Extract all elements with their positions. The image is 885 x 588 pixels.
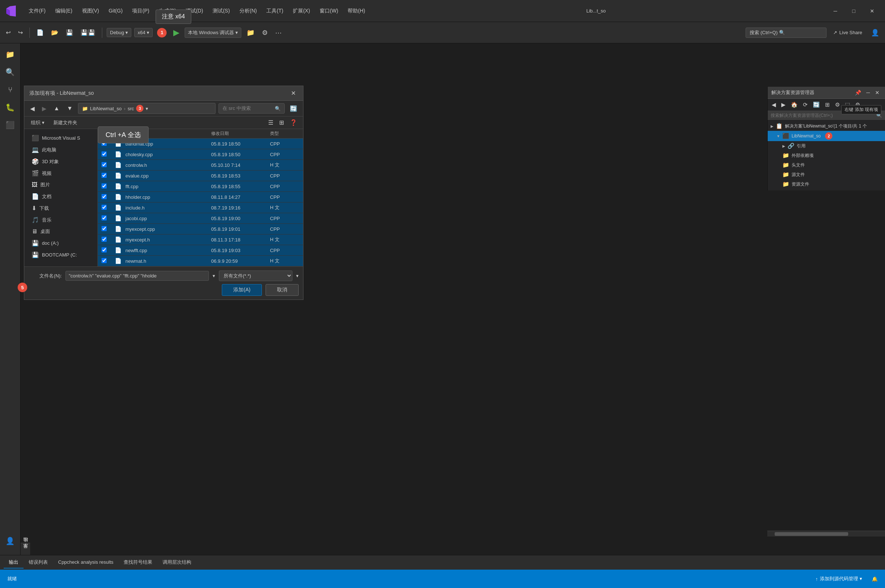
solution-scrollbar-thumb[interactable] (775, 532, 848, 536)
file-row-4[interactable]: 📄 fft.cpp 05.8.19 18:55 CPP (98, 181, 303, 192)
sol-minimize-button[interactable]: ─ (864, 89, 872, 96)
menu-extensions[interactable]: 扩展(X) (289, 6, 314, 16)
file-row-10[interactable]: 📄 newfft.cpp 05.8.19 19:03 CPP (98, 245, 303, 256)
filename-dropdown-icon[interactable]: ▾ (212, 273, 215, 279)
solution-scrollbar[interactable] (767, 531, 885, 537)
menu-edit[interactable]: 编辑(E) (51, 6, 76, 16)
menu-tools[interactable]: 工具(T) (263, 6, 287, 16)
breadcrumb-child[interactable]: src (128, 106, 134, 111)
organize-button[interactable]: 组织 ▾ (28, 118, 47, 127)
sol-pin-button[interactable]: 📌 (853, 89, 863, 96)
file-row-1[interactable]: 📄 cholesky.cpp 05.8.19 18:50 CPP (98, 149, 303, 160)
menu-project[interactable]: 项目(P) (128, 6, 153, 16)
display-label[interactable]: 显示 (21, 549, 30, 555)
file-checkbox-1[interactable] (101, 152, 107, 156)
save-button[interactable]: 💾 (64, 28, 75, 38)
debug-target-dropdown[interactable]: 本地 Windows 调试器 ▾ (185, 28, 241, 38)
file-checkbox-9[interactable] (101, 237, 107, 242)
sidebar-debug-icon[interactable]: 🐛 (2, 99, 18, 116)
file-checkbox-2[interactable] (101, 162, 107, 167)
search-in-src[interactable]: 在 src 中搜索 🔍 (218, 103, 285, 114)
sol-collapse-button[interactable]: ⊞ (823, 100, 832, 109)
panel-item-doca[interactable]: 💾 doc (A:) (26, 237, 96, 249)
filetype-select[interactable]: 所有文件(*.*) (219, 270, 292, 281)
arch-dropdown[interactable]: x64 ▾ (134, 28, 153, 37)
dialog-close-button[interactable]: ✕ (289, 89, 298, 98)
menu-view[interactable]: 视图(V) (78, 6, 103, 16)
debug-config-dropdown[interactable]: Debug ▾ (107, 28, 131, 37)
breadcrumb-root[interactable]: LibNewmat_so (90, 106, 122, 111)
maximize-button[interactable]: □ (845, 5, 862, 17)
status-bell-icon[interactable]: 🔔 (870, 576, 880, 582)
file-checkbox-6[interactable] (101, 205, 107, 210)
output-label[interactable]: 输出 (21, 543, 30, 549)
sidebar-search-icon[interactable]: 🔍 (2, 64, 18, 80)
panel-item-video[interactable]: 🎬 视频 (26, 168, 96, 179)
file-row-3[interactable]: 📄 evalue.cpp 05.8.19 18:53 CPP (98, 171, 303, 181)
date-col-header[interactable]: 修改日期 (211, 130, 270, 137)
file-row-5[interactable]: 📄 hholder.cpp 08.11.8 14:27 CPP (98, 192, 303, 202)
menu-file[interactable]: 文件(F) (25, 6, 49, 16)
type-col-header[interactable]: 类型 (270, 130, 300, 137)
sol-refresh-button[interactable]: 🔄 (811, 100, 822, 109)
tab-output[interactable]: 输出 (4, 557, 24, 568)
save-all-button[interactable]: 💾💾 (78, 28, 98, 38)
live-share-button[interactable]: ↗ Live Share (829, 28, 866, 37)
minimize-button[interactable]: ─ (827, 5, 844, 17)
panel-item-desktop[interactable]: 🖥 桌面 (26, 226, 96, 237)
profile-icon-button[interactable]: 👤 (869, 27, 881, 38)
tree-solution[interactable]: ▶ 📋 解决方案'LibNewmat_so'(1 个项目/共 1 个 (768, 121, 885, 131)
breadcrumb-dropdown-icon[interactable]: ▾ (146, 106, 148, 111)
open-file-button[interactable]: 📂 (49, 28, 61, 38)
sol-home-button[interactable]: 🏠 (789, 100, 800, 109)
tab-errors[interactable]: 错误列表 (24, 557, 53, 568)
sol-back-button[interactable]: ◀ (770, 100, 778, 109)
file-checkbox-5[interactable] (101, 194, 107, 199)
nav-back-button[interactable]: ◀ (28, 104, 37, 113)
file-row-6[interactable]: 📄 include.h 08.7.19 19:16 H 文 (98, 202, 303, 213)
file-checkbox-7[interactable] (101, 215, 107, 220)
nav-recent-button[interactable]: ▼ (65, 104, 75, 113)
sol-sync-button[interactable]: ⟳ (801, 100, 810, 109)
panel-item-bootcamp[interactable]: 💾 BOOTCAMP (C: (26, 249, 96, 261)
file-row-9[interactable]: 📄 myexcept.h 08.11.3 17:18 H 文 (98, 234, 303, 245)
file-checkbox-8[interactable] (101, 226, 107, 231)
file-row-7[interactable]: 📄 jacobi.cpp 05.8.19 19:00 CPP (98, 213, 303, 224)
close-button[interactable]: ✕ (864, 5, 880, 17)
menu-test[interactable]: 测试(S) (209, 6, 233, 16)
panel-item-3d[interactable]: 🎲 3D 对象 (26, 156, 96, 167)
file-checkbox-3[interactable] (101, 173, 107, 178)
view-list-button[interactable]: ☰ (266, 118, 275, 127)
file-row-8[interactable]: 📄 myexcept.cpp 05.8.19 19:01 CPP (98, 224, 303, 234)
filename-input[interactable] (65, 271, 209, 281)
redo-button[interactable]: ↪ (16, 28, 25, 38)
new-file-button[interactable]: 📄 (34, 28, 46, 38)
help-button[interactable]: ❓ (287, 118, 300, 127)
sol-forward-button[interactable]: ▶ (780, 100, 787, 109)
settings-icon-button[interactable]: ⚙ (260, 27, 270, 38)
panel-item-docs[interactable]: 📄 文档 (26, 191, 96, 202)
tab-cppcheck[interactable]: Cppcheck analysis results (53, 557, 119, 568)
file-row-2[interactable]: 📄 controlw.h 05.10.10 7:14 H 文 (98, 160, 303, 171)
file-checkbox-4[interactable] (101, 183, 107, 189)
start-debug-button[interactable]: ▶ (171, 27, 182, 38)
tree-references[interactable]: ▶ 🔗 引用 (768, 141, 885, 151)
tree-sources[interactable]: 📁 源文件 (768, 170, 885, 179)
panel-item-pictures[interactable]: 🖼 图片 (26, 179, 96, 190)
tree-project[interactable]: ▼ ⬛ LibNewmat_so 2 (768, 131, 885, 141)
tree-resources[interactable]: 📁 资源文件 (768, 179, 885, 189)
tab-call-hierarchy[interactable]: 调用层次结构 (157, 557, 196, 568)
tab-find-symbols[interactable]: 查找符号结果 (119, 557, 157, 568)
menu-window[interactable]: 窗口(W) (316, 6, 342, 16)
dots-icon-button[interactable]: ⋯ (273, 27, 284, 38)
new-folder-button[interactable]: 新建文件夹 (50, 118, 80, 127)
sidebar-account-icon[interactable]: 👤 (2, 533, 18, 549)
sidebar-extensions-icon[interactable]: ⬛ (2, 117, 18, 133)
tree-headers[interactable]: 📁 头文件 (768, 160, 885, 170)
status-add-to-scm[interactable]: ↑ 添加到源代码管理 ▾ (813, 575, 864, 583)
panel-item-downloads[interactable]: ⬇ 下载 (26, 202, 96, 214)
nav-forward-button[interactable]: ▶ (40, 104, 48, 113)
undo-button[interactable]: ↩ (4, 28, 13, 38)
view-details-button[interactable]: ⊞ (277, 118, 286, 127)
global-search-input[interactable]: 搜索 (Ctrl+Q) 🔍 (746, 28, 826, 38)
